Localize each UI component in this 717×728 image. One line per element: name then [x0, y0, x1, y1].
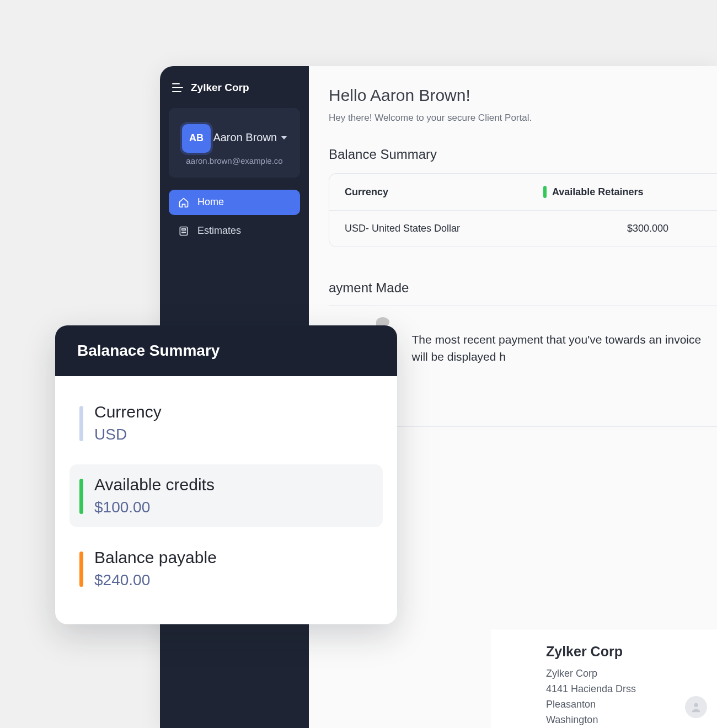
company-line: 4141 Hacienda Drss: [546, 682, 717, 697]
profile-name-dropdown[interactable]: Aaron Brown: [213, 131, 287, 144]
company-name: Zylker Corp: [191, 82, 249, 94]
balance-summary-table: Currency Available Retainers USD- United…: [329, 173, 717, 247]
profile-email: aaron.brown@example.co: [175, 156, 293, 165]
retainers-indicator-icon: [543, 186, 547, 198]
payment-made-title: ayment Made: [329, 280, 717, 296]
menu-toggle-icon[interactable]: [172, 83, 183, 92]
col-header-retainers: Available Retainers: [543, 186, 702, 198]
sidebar-item-label: Home: [197, 196, 224, 208]
indicator-bar-icon: [79, 479, 83, 514]
svg-point-5: [694, 703, 698, 707]
company-line: Zylker Corp: [546, 666, 717, 682]
chevron-down-icon: [281, 136, 287, 140]
estimates-icon: [178, 225, 190, 237]
profile-name: Aaron Brown: [213, 131, 277, 144]
greeting-title: Hello Aaron Brown!: [329, 86, 717, 105]
summary-value: $100.00: [94, 499, 215, 516]
company-heading: Zylker Corp: [546, 644, 717, 660]
user-avatar-icon[interactable]: [685, 696, 707, 718]
payment-made-text: The most recent payment that you've towa…: [412, 331, 717, 366]
svg-point-2: [182, 232, 183, 233]
sidebar-nav: Home Estimates: [169, 190, 300, 244]
indicator-bar-icon: [79, 406, 83, 441]
cell-retainers: $300.000: [543, 223, 702, 234]
summary-item-payable: Balance payable $240.00: [69, 537, 383, 600]
balance-summary-section: Balance Summary Currency Available Retai…: [329, 147, 717, 247]
profile-card: AB Aaron Brown aaron.brown@example.co: [169, 108, 300, 178]
summary-card-body: Currency USD Available credits $100.00 B…: [55, 376, 397, 624]
svg-rect-0: [180, 227, 187, 235]
avatar: AB: [182, 124, 211, 153]
indicator-bar-icon: [79, 552, 83, 587]
summary-label: Available credits: [94, 475, 215, 494]
summary-item-currency: Currency USD: [69, 392, 383, 454]
svg-rect-1: [182, 228, 186, 230]
summary-value: USD: [94, 426, 162, 443]
summary-value: $240.00: [94, 571, 217, 589]
balance-summary-title: Balance Summary: [329, 147, 717, 162]
svg-point-3: [183, 232, 184, 233]
summary-label: Balance payable: [94, 548, 217, 567]
col-header-retainers-label: Available Retainers: [552, 186, 643, 198]
greeting-subtitle: Hey there! Welcome to your secure Client…: [329, 113, 717, 124]
summary-label: Currency: [94, 403, 162, 421]
company-footer: Zylker Corp Zylker Corp 4141 Hacienda Dr…: [491, 629, 717, 728]
sidebar-item-home[interactable]: Home: [169, 190, 300, 215]
home-icon: [178, 196, 190, 208]
cell-currency: USD- United States Dollar: [345, 223, 543, 234]
summary-item-credits: Available credits $100.00: [69, 464, 383, 527]
svg-point-4: [185, 232, 186, 233]
sidebar-item-label: Estimates: [197, 225, 241, 237]
sidebar-header: Zylker Corp: [169, 79, 300, 103]
summary-card-title: Balanace Summary: [55, 325, 397, 376]
col-header-currency: Currency: [345, 186, 543, 198]
table-row: USD- United States Dollar $300.000: [329, 211, 717, 247]
table-header-row: Currency Available Retainers: [329, 174, 717, 211]
sidebar-item-estimates[interactable]: Estimates: [169, 218, 300, 244]
balance-summary-card: Balanace Summary Currency USD Available …: [55, 325, 397, 624]
